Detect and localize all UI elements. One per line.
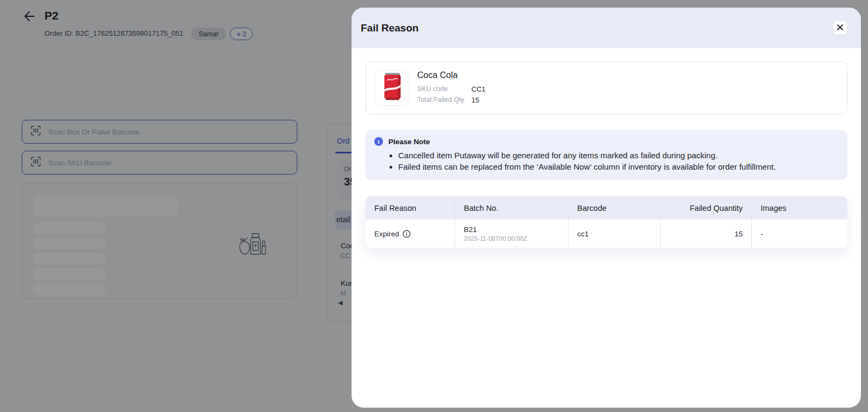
modal-title: Fail Reason	[361, 22, 419, 34]
product-card: Coca Cola SKU code CC1 Total Failed Qty …	[366, 61, 847, 114]
column-header: Failed Quantity	[661, 196, 752, 220]
column-header: Images	[752, 196, 847, 220]
info-icon: i	[374, 137, 383, 146]
images-value: -	[752, 220, 847, 248]
note-heading: Please Note	[388, 138, 430, 146]
product-image	[375, 70, 410, 106]
failed-qty-label: Total Failed Qty	[417, 95, 471, 105]
note-bullet: Failed items can be replaced from the ‘A…	[398, 161, 838, 172]
fail-reason-value: Expired	[374, 230, 399, 238]
table-header-row: Fail Reason Batch No. Barcode Failed Qua…	[366, 196, 847, 220]
sku-value: CC1	[471, 85, 486, 94]
column-header: Fail Reason	[366, 196, 455, 220]
fail-reason-table: Fail Reason Batch No. Barcode Failed Qua…	[366, 196, 847, 248]
batch-timestamp: 2025-11-08T00:00:00Z	[464, 235, 527, 242]
fail-reason-modal: Fail Reason	[352, 8, 861, 408]
packing-station-page: P2 Order ID: B2C_1762512873598017175_051…	[0, 0, 868, 412]
modal-header: Fail Reason	[352, 8, 861, 48]
note-bullet: Cancelled item Putaway will be generated…	[398, 150, 838, 161]
close-button[interactable]	[833, 21, 847, 35]
table-row: Expired B21 2025-11-08T00:00:00Z cc1 15 …	[366, 220, 847, 248]
failed-qty-value: 15	[471, 95, 479, 105]
sku-label: SKU code	[417, 85, 471, 94]
info-outline-icon[interactable]	[403, 230, 411, 238]
product-info: Coca Cola SKU code CC1 Total Failed Qty …	[417, 70, 486, 106]
column-header: Barcode	[569, 196, 661, 220]
modal-body: Coca Cola SKU code CC1 Total Failed Qty …	[352, 48, 861, 248]
failed-quantity-value: 15	[661, 220, 752, 248]
close-icon	[837, 24, 844, 33]
product-name: Coca Cola	[417, 70, 486, 80]
barcode-value: cc1	[569, 220, 661, 248]
batch-no-value: B21	[464, 226, 527, 234]
please-note-box: i Please Note Cancelled item Putaway wil…	[366, 130, 847, 180]
column-header: Batch No.	[455, 196, 569, 220]
coca-cola-can-icon	[382, 73, 403, 104]
